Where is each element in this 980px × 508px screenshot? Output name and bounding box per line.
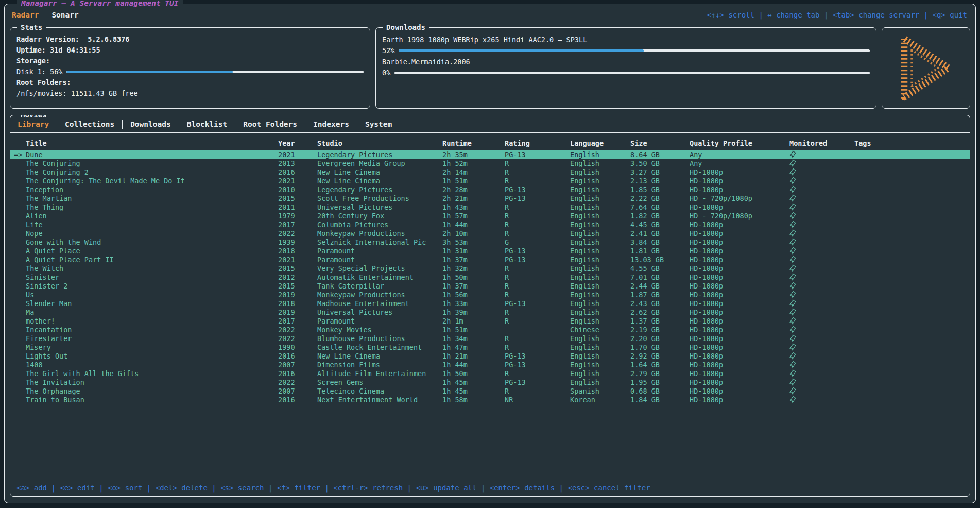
movie-year: 2022 <box>278 229 317 238</box>
movies-tab-blocklist[interactable]: Blocklist <box>179 120 235 128</box>
movie-monitored <box>789 238 854 247</box>
movie-studio: New Line Cinema <box>317 177 442 185</box>
movie-year: 2017 <box>278 317 317 326</box>
movie-runtime: 1h 34m <box>442 334 505 343</box>
table-row[interactable]: Slender Man2018Madhouse Entertainment1h … <box>10 299 970 308</box>
movie-language: English <box>570 238 630 247</box>
download-progress-row: 0% <box>382 67 870 78</box>
movie-quality-profile: HD-1080p <box>690 264 789 273</box>
movie-year: 2011 <box>278 203 317 212</box>
table-row[interactable]: The Conjuring: The Devil Made Me Do It20… <box>10 177 970 185</box>
table-row[interactable]: The Orphanage2007Telecinco Cinema1h 45mR… <box>10 387 970 396</box>
movie-quality-profile: HD-1080p <box>690 273 789 282</box>
movie-studio: Paramount <box>317 317 442 326</box>
movie-rating: PG-13 <box>505 361 570 369</box>
table-row[interactable]: A Quiet Place Part II2021Paramount1h 37m… <box>10 256 970 264</box>
movies-tab-collections[interactable]: Collections <box>57 120 122 128</box>
movie-size: 1.85 GB <box>630 185 690 194</box>
table-row[interactable]: Lights Out2016New Line Cinema1h 21mPG-13… <box>10 352 970 361</box>
movie-size: 4.45 GB <box>630 221 690 229</box>
movie-size: 2.79 GB <box>630 369 690 378</box>
movie-monitored <box>789 194 854 203</box>
movie-studio: Evergreen Media Group <box>317 159 442 168</box>
movie-rating <box>505 326 570 334</box>
movie-language: English <box>570 352 630 361</box>
global-keybinds-hint: <↑↓> scroll | ↔ change tab | <tab> chang… <box>707 11 967 19</box>
movie-year: 2013 <box>278 159 317 168</box>
table-row[interactable]: Us2019Monkeypaw Productions1h 56mREnglis… <box>10 291 970 299</box>
movies-panel: Movies LibraryCollectionsDownloadsBlockl… <box>10 115 970 497</box>
movie-runtime: 1h 32m <box>442 264 505 273</box>
movie-runtime: 1h 37m <box>442 282 505 291</box>
movie-language: English <box>570 282 630 291</box>
movies-tab-root-folders[interactable]: Root Folders <box>235 120 305 128</box>
table-row[interactable]: The Invitation2022Screen Gems1h 45mPG-13… <box>10 378 970 387</box>
table-row[interactable]: mother!2017Paramount2h 1mREnglish1.37 GB… <box>10 317 970 326</box>
movie-size: 1.81 GB <box>630 247 690 256</box>
bookmark-icon <box>789 317 796 325</box>
table-row[interactable]: The Witch2015Very Special Projects1h 32m… <box>10 264 970 273</box>
movies-tab-indexers[interactable]: Indexers <box>305 120 357 128</box>
table-row[interactable]: The Girl with All the Gifts2016Altitude … <box>10 369 970 378</box>
table-row[interactable]: Sinister 22015Tank Caterpillar1h 37mREng… <box>10 282 970 291</box>
movie-tags <box>854 334 970 343</box>
table-row[interactable]: 14082007Dimension Films1h 44mPG-13Englis… <box>10 361 970 369</box>
movie-runtime: 1h 56m <box>442 291 505 299</box>
movie-quality-profile: HD-1080p <box>690 299 789 308</box>
table-row[interactable]: Gone with the Wind1939Selznick Internati… <box>10 238 970 247</box>
movie-tags <box>854 299 970 308</box>
movie-rating: R <box>505 273 570 282</box>
table-row[interactable]: Life2017Columbia Pictures1h 44mREnglish4… <box>10 221 970 229</box>
movie-studio: Monkey Movies <box>317 326 442 334</box>
movie-size: 0.68 GB <box>630 387 690 396</box>
table-row[interactable]: Inception2010Legendary Pictures2h 28mPG-… <box>10 185 970 194</box>
download-item-name: Earth 1998 1080p WEBRip x265 Hindi AAC2.… <box>382 34 870 45</box>
movies-tab-downloads[interactable]: Downloads <box>123 120 179 128</box>
table-row[interactable]: Firestarter2022Blumhouse Productions1h 3… <box>10 334 970 343</box>
table-row[interactable]: Ma2019Universal Pictures1h 39mREnglish2.… <box>10 308 970 317</box>
movie-language: Chinese <box>570 326 630 334</box>
movie-size: 1.37 GB <box>630 317 690 326</box>
movies-tab-system[interactable]: System <box>357 120 400 128</box>
table-row[interactable]: Alien197920th Century Fox1h 57mREnglish1… <box>10 212 970 221</box>
table-row[interactable]: Sinister2012Automatik Entertainment1h 50… <box>10 273 970 282</box>
movie-language: English <box>570 317 630 326</box>
movie-studio: Tank Caterpillar <box>317 282 442 291</box>
bookmark-icon <box>789 308 796 316</box>
table-row[interactable]: Train to Busan2016Next Entertainment Wor… <box>10 396 970 404</box>
column-header-runtime: Runtime <box>442 138 505 150</box>
table-row[interactable]: The Thing2011Universal Pictures1h 43mREn… <box>10 203 970 212</box>
movie-quality-profile: HD-1080p <box>690 291 789 299</box>
movie-quality-profile: HD-1080p <box>690 308 789 317</box>
movie-quality-profile: HD-1080p <box>690 378 789 387</box>
download-progress-bar <box>399 49 870 52</box>
table-row[interactable]: =>Dune2021Legendary Pictures2h 35mPG-13E… <box>10 150 970 159</box>
movie-runtime: 1h 47m <box>442 343 505 352</box>
movie-tags <box>854 203 970 212</box>
movie-quality-profile: HD-1080p <box>690 185 789 194</box>
table-row[interactable]: Nope2022Monkeypaw Productions2h 10mREngl… <box>10 229 970 238</box>
table-header-row: TitleYearStudioRuntimeRatingLanguageSize… <box>10 138 970 150</box>
table-row[interactable]: A Quiet Place2018Paramount1h 31mPG-13Eng… <box>10 247 970 256</box>
movie-rating: R <box>505 159 570 168</box>
movies-tab-library[interactable]: Library <box>16 120 57 128</box>
table-row[interactable]: The Conjuring 22016New Line Cinema2h 14m… <box>10 168 970 177</box>
movie-language: English <box>570 378 630 387</box>
table-row[interactable]: Incantation2022Monkey Movies1h 51mChines… <box>10 326 970 334</box>
table-row[interactable]: The Martian2015Scott Free Productions2h … <box>10 194 970 203</box>
movie-title: Sinister 2 <box>10 282 278 291</box>
movie-title: Train to Busan <box>10 396 278 404</box>
movie-tags <box>854 159 970 168</box>
tab-radarr[interactable]: Radarr <box>12 11 39 19</box>
movie-monitored <box>789 273 854 282</box>
movie-studio: Blumhouse Productions <box>317 334 442 343</box>
movie-studio: Madhouse Entertainment <box>317 299 442 308</box>
movie-monitored <box>789 334 854 343</box>
table-row[interactable]: Misery1990Castle Rock Entertainment1h 47… <box>10 343 970 352</box>
movie-monitored <box>789 247 854 256</box>
movie-tags <box>854 229 970 238</box>
movie-runtime: 1h 51m <box>442 326 505 334</box>
tab-sonarr[interactable]: Sonarr <box>51 11 78 19</box>
bookmark-icon <box>789 343 796 351</box>
table-row[interactable]: The Conjuring2013Evergreen Media Group1h… <box>10 159 970 168</box>
